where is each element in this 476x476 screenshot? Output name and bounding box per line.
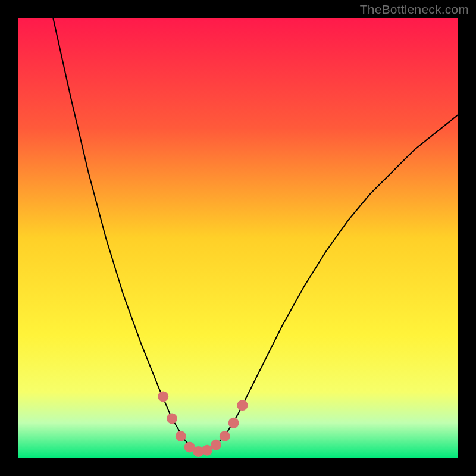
plot-background [18, 18, 458, 458]
chart-stage: TheBottleneck.com [0, 0, 476, 476]
highlight-marker [176, 431, 186, 441]
highlight-marker [211, 440, 221, 450]
highlight-marker [158, 391, 168, 402]
chart-svg [0, 0, 476, 476]
highlight-marker [167, 413, 177, 424]
highlight-marker [228, 418, 239, 428]
watermark-text: TheBottleneck.com [360, 2, 469, 17]
highlight-marker [220, 431, 230, 441]
highlight-marker [237, 400, 248, 411]
